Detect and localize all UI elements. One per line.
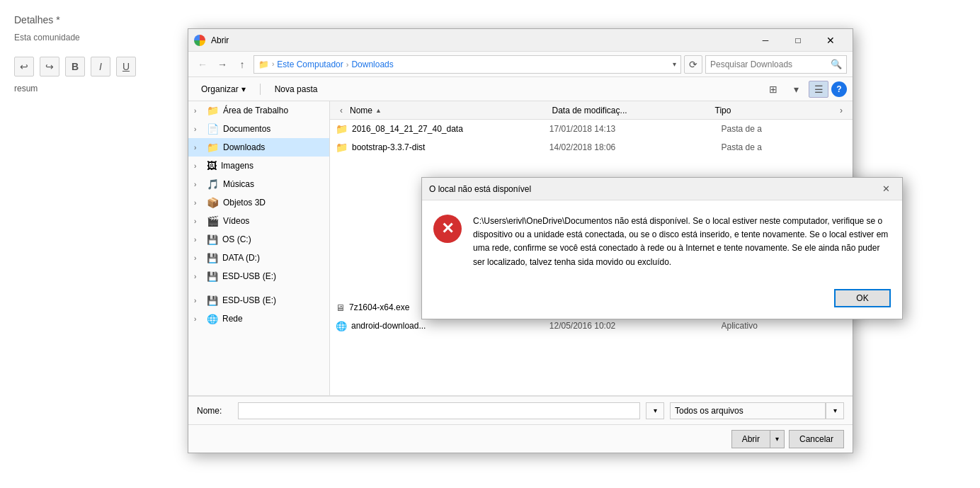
col-header-date[interactable]: Data de modificaç... — [549, 106, 712, 115]
file-list-header: ‹ Nome ▲ Data de modificaç... Tipo › — [330, 101, 853, 120]
bg-redo-btn[interactable]: ↪ — [40, 57, 59, 76]
address-bar-icon: 📁 — [258, 59, 269, 69]
cancel-button[interactable]: Cancelar — [789, 430, 844, 448]
bg-detalhes-label: Detalhes * — [14, 14, 966, 25]
box-icon: 📦 — [207, 197, 219, 208]
bg-bold-btn[interactable]: B — [65, 57, 85, 76]
help-button[interactable]: ? — [831, 81, 847, 97]
ok-button[interactable]: OK — [834, 289, 891, 307]
chevron-right-icon: › — [194, 254, 203, 262]
drive-icon: 💾 — [207, 253, 218, 263]
view-grid-icon: ⊞ — [769, 84, 777, 95]
view-list-button[interactable]: ☰ — [809, 81, 828, 98]
address-crumb-downloads[interactable]: Downloads — [351, 59, 393, 69]
error-footer: OK — [422, 283, 902, 319]
address-bar[interactable]: 📁 › Este Computador › Downloads ▾ — [253, 55, 681, 74]
back-button[interactable]: ← — [194, 56, 211, 73]
sidebar-item-documentos[interactable]: › 📄 Documentos — [188, 120, 329, 138]
chevron-right-icon: › — [194, 236, 203, 244]
sidebar-item-desktop[interactable]: › 📁 Área de Trabalho — [188, 101, 329, 120]
error-dialog: O local não está disponível ✕ ✕ C:\Users… — [421, 177, 903, 319]
sidebar-item-label: Objetos 3D — [223, 198, 324, 208]
file-date-cell: 17/01/2018 14:13 — [549, 124, 717, 134]
file-date-cell: 12/05/2016 10:02 — [549, 321, 717, 331]
error-dialog-title: O local não está disponível — [429, 184, 877, 194]
file-type-cell: Aplicativo — [722, 321, 848, 331]
folder-icon: 📁 — [207, 142, 219, 153]
search-icon[interactable]: 🔍 — [831, 59, 842, 69]
open-button[interactable]: Abrir — [731, 430, 770, 448]
sidebar-item-objetos3d[interactable]: › 📦 Objetos 3D — [188, 193, 329, 212]
sidebar-item-label: ESD-USB (E:) — [222, 295, 324, 305]
sidebar-item-downloads[interactable]: › 📁 Downloads — [188, 138, 329, 157]
maximize-button[interactable]: □ — [782, 29, 814, 52]
sidebar-item-musicas[interactable]: › 🎵 Músicas — [188, 175, 329, 193]
sidebar-item-esde[interactable]: › 💾 ESD-USB (E:) — [188, 267, 329, 285]
bg-underline-btn[interactable]: U — [116, 57, 136, 76]
filter-dropdown-button[interactable]: ▾ — [826, 402, 844, 419]
sidebar-item-osc[interactable]: › 💾 OS (C:) — [188, 230, 329, 249]
table-row[interactable]: 📁 bootstrap-3.3.7-dist 14/02/2018 18:06 … — [330, 138, 853, 157]
nav-toolbar: ← → ↑ 📁 › Este Computador › Downloads ▾ … — [188, 52, 853, 77]
chevron-right-icon: › — [194, 273, 203, 280]
chevron-right-icon: › — [194, 107, 203, 115]
file-name-cell: 📁 bootstrap-3.3.7-dist — [336, 142, 545, 153]
file-type-cell: Pasta de a — [722, 124, 848, 134]
sidebar-item-rede[interactable]: › 🌐 Rede — [188, 310, 329, 328]
sidebar-item-label: Área de Trabalho — [223, 106, 324, 115]
minimize-button[interactable]: ─ — [749, 29, 782, 52]
name-bar: Nome: ▾ Todos os arquivos ▾ — [188, 396, 853, 424]
chevron-right-icon: › — [194, 125, 203, 133]
file-type-cell: Pasta de a — [722, 142, 848, 152]
document-icon: 📄 — [207, 123, 219, 135]
error-message: C:\Users\erivl\OneDrive\Documentos não e… — [473, 215, 891, 269]
view-controls: ⊞ ▾ ☰ ? — [763, 81, 847, 98]
sidebar-item-datad[interactable]: › 💾 DATA (D:) — [188, 249, 329, 267]
file-name-input[interactable] — [238, 402, 640, 419]
usb-icon: 💾 — [207, 295, 218, 306]
action-separator — [260, 84, 261, 95]
open-btn-group: Abrir ▾ — [731, 430, 785, 448]
image-icon: 🖼 — [207, 160, 217, 171]
scroll-left-button[interactable]: ‹ — [336, 105, 347, 116]
name-dropdown-button[interactable]: ▾ — [646, 402, 664, 419]
organize-button[interactable]: Organizar ▾ — [194, 81, 253, 98]
col-header-type[interactable]: Tipo — [712, 106, 836, 115]
search-input[interactable] — [710, 59, 831, 69]
sidebar-item-esde2[interactable]: › 💾 ESD-USB (E:) — [188, 291, 329, 310]
up-button[interactable]: ↑ — [234, 56, 251, 73]
nova-pasta-button[interactable]: Nova pasta — [268, 81, 325, 98]
address-dropdown-btn[interactable]: ▾ — [673, 60, 676, 68]
address-crumb-computer[interactable]: Este Computador — [277, 59, 343, 69]
view-dropdown-button[interactable]: ▾ — [786, 81, 806, 98]
folder-icon: 📁 — [336, 142, 348, 153]
table-row[interactable]: 🌐 android-download... 12/05/2016 10:02 A… — [330, 317, 853, 335]
music-icon: 🎵 — [207, 178, 219, 190]
sidebar-item-imagens[interactable]: › 🖼 Imagens — [188, 157, 329, 175]
folder-icon: 📁 — [207, 105, 219, 116]
video-icon: 🎬 — [207, 215, 219, 227]
sort-icon: ▲ — [375, 107, 382, 114]
drive-icon: 💾 — [207, 234, 218, 245]
open-dropdown-button[interactable]: ▾ — [770, 430, 785, 448]
view-grid-button[interactable]: ⊞ — [763, 81, 783, 98]
sidebar-item-label: Documentos — [223, 124, 324, 134]
scroll-right-button[interactable]: › — [836, 105, 847, 116]
error-icon: ✕ — [433, 215, 462, 243]
sidebar-item-label: Vídeos — [223, 216, 324, 226]
chevron-right-icon: › — [194, 144, 203, 152]
error-body: ✕ C:\Users\erivl\OneDrive\Documentos não… — [422, 200, 902, 283]
sidebar-item-videos[interactable]: › 🎬 Vídeos — [188, 212, 329, 230]
chevron-right-icon: › — [194, 199, 203, 207]
col-header-name[interactable]: Nome ▲ — [347, 106, 549, 115]
error-close-button[interactable]: ✕ — [877, 182, 895, 196]
table-row[interactable]: 📁 2016_08_14_21_27_40_data 17/01/2018 14… — [330, 120, 853, 138]
bg-italic-btn[interactable]: I — [91, 57, 110, 76]
close-button[interactable]: ✕ — [814, 29, 847, 52]
forward-button[interactable]: → — [214, 56, 231, 73]
chevron-right-icon: › — [194, 217, 203, 225]
sidebar-item-label: Downloads — [223, 142, 324, 152]
refresh-button[interactable]: ⟳ — [684, 55, 702, 74]
bg-undo-btn[interactable]: ↩ — [14, 57, 34, 76]
filter-select[interactable]: Todos os arquivos — [670, 402, 826, 419]
